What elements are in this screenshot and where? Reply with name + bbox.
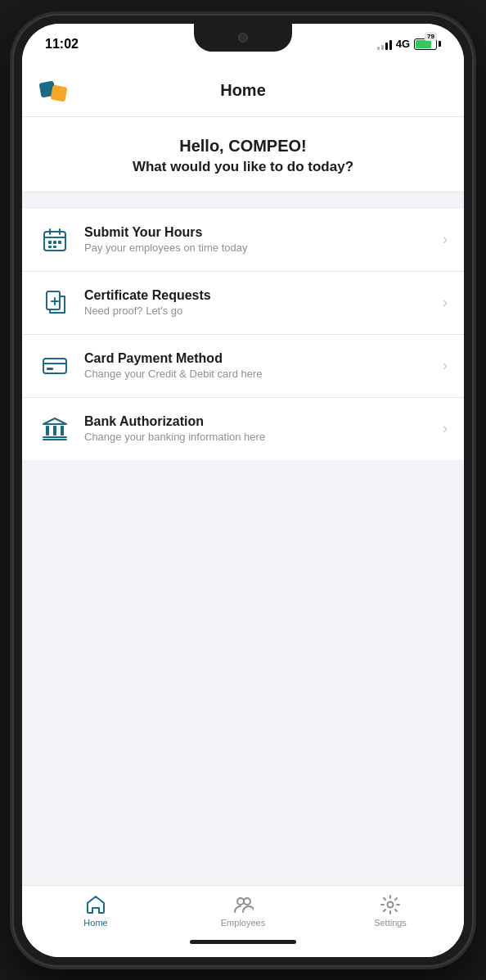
svg-rect-9 xyxy=(48,246,52,248)
svg-rect-14 xyxy=(43,359,66,373)
signal-bar-4 xyxy=(389,40,392,50)
battery: 79 xyxy=(414,38,441,50)
svg-rect-8 xyxy=(58,241,61,244)
home-indicator xyxy=(190,940,296,944)
battery-tip xyxy=(439,41,441,47)
svg-point-24 xyxy=(237,898,244,905)
notch xyxy=(194,24,292,52)
status-right: 4G 79 xyxy=(377,38,441,50)
svg-rect-19 xyxy=(46,426,49,436)
settings-tab-icon xyxy=(380,894,401,915)
svg-rect-1 xyxy=(51,85,68,102)
greeting-hello: Hello, COMPEO! xyxy=(38,137,448,156)
chevron-right-icon-1: › xyxy=(443,231,448,248)
signal-bar-1 xyxy=(377,47,380,50)
menu-item-certificate-requests[interactable]: Certificate Requests Need proof? Let's g… xyxy=(22,272,464,335)
battery-fill xyxy=(416,40,431,48)
signal-bars xyxy=(377,38,392,50)
menu-subtitle-submit-hours: Pay your employees on time today xyxy=(84,242,430,254)
app-logo xyxy=(38,75,70,106)
svg-marker-17 xyxy=(43,418,66,424)
signal-bar-2 xyxy=(381,45,384,50)
document-add-icon xyxy=(38,287,71,319)
phone-screen: 11:02 4G 79 xyxy=(22,24,464,957)
svg-rect-6 xyxy=(48,241,52,244)
svg-point-25 xyxy=(244,898,250,905)
battery-body: 79 xyxy=(414,38,437,50)
main-content: Hello, COMPEO! What would you like to do… xyxy=(22,117,464,885)
menu-subtitle-bank-authorization: Change your banking information here xyxy=(84,431,430,443)
svg-rect-7 xyxy=(53,241,56,244)
menu-title-card-payment: Card Payment Method xyxy=(84,351,430,366)
notch-camera xyxy=(238,33,248,43)
signal-bar-3 xyxy=(385,43,388,50)
header-title: Home xyxy=(220,81,266,100)
status-bar: 11:02 4G 79 xyxy=(22,24,464,65)
tab-home-label: Home xyxy=(83,918,107,928)
app-header: Home xyxy=(22,65,464,117)
menu-item-submit-hours[interactable]: Submit Your Hours Pay your employees on … xyxy=(22,209,464,272)
menu-item-bank-authorization[interactable]: Bank Authorization Change your banking i… xyxy=(22,398,464,460)
network-label: 4G xyxy=(396,38,410,50)
menu-text-submit-hours: Submit Your Hours Pay your employees on … xyxy=(84,225,430,254)
svg-rect-10 xyxy=(53,246,56,248)
tab-employees-label: Employees xyxy=(221,918,265,928)
tab-employees[interactable]: Employees xyxy=(169,894,317,928)
menu-title-certificate-requests: Certificate Requests xyxy=(84,288,430,303)
employees-tab-icon xyxy=(232,894,254,915)
tab-home[interactable]: Home xyxy=(22,894,169,928)
menu-subtitle-certificate-requests: Need proof? Let's go xyxy=(84,305,430,317)
menu-text-bank-authorization: Bank Authorization Change your banking i… xyxy=(84,414,430,443)
svg-point-26 xyxy=(388,901,394,907)
menu-title-submit-hours: Submit Your Hours xyxy=(84,225,430,240)
battery-badge: 79 xyxy=(425,32,437,41)
menu-item-card-payment[interactable]: Card Payment Method Change your Credit &… xyxy=(22,335,464,398)
svg-rect-16 xyxy=(47,368,53,370)
home-tab-icon xyxy=(85,894,106,915)
status-time: 11:02 xyxy=(45,37,79,52)
chevron-right-icon-3: › xyxy=(443,357,448,374)
tab-settings-label: Settings xyxy=(374,918,407,928)
tab-settings[interactable]: Settings xyxy=(317,894,464,928)
calendar-icon xyxy=(38,224,71,256)
menu-text-certificate-requests: Certificate Requests Need proof? Let's g… xyxy=(84,288,430,317)
card-icon xyxy=(38,350,71,382)
menu-subtitle-card-payment: Change your Credit & Debit card here xyxy=(84,368,430,380)
greeting-section: Hello, COMPEO! What would you like to do… xyxy=(22,117,464,192)
menu-list: Submit Your Hours Pay your employees on … xyxy=(22,209,464,460)
phone-shell: 11:02 4G 79 xyxy=(14,16,472,965)
menu-title-bank-authorization: Bank Authorization xyxy=(84,414,430,429)
greeting-question: What would you like to do today? xyxy=(38,159,448,175)
menu-text-card-payment: Card Payment Method Change your Credit &… xyxy=(84,351,430,380)
svg-rect-21 xyxy=(61,426,64,436)
chevron-right-icon-2: › xyxy=(443,294,448,311)
bank-icon xyxy=(38,413,71,445)
svg-rect-20 xyxy=(53,426,56,436)
chevron-right-icon-4: › xyxy=(443,420,448,437)
tab-bar: Home Employees xyxy=(22,885,464,957)
